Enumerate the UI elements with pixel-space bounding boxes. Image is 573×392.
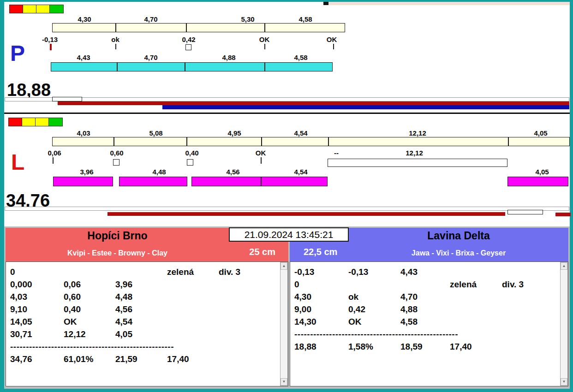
result-row: 30,71 12,12 4,05 bbox=[10, 329, 219, 339]
result-cell: 4,70 bbox=[400, 292, 450, 302]
app-window: 4,30 4,70 5,30 4,58 -0,13 ok 0,42 OK OK … bbox=[0, 0, 573, 392]
segment-bar-l-bottom bbox=[119, 177, 187, 186]
result-cell: 0,06 bbox=[64, 279, 115, 290]
result-cell: 0,42 bbox=[348, 304, 400, 315]
team-left-scrollbar[interactable]: ▲ ▼ bbox=[280, 262, 288, 386]
status-light-green-icon bbox=[50, 5, 63, 13]
summary-row: 18,88 1,58% 18,59 17,40 bbox=[294, 342, 472, 352]
bar-divider bbox=[261, 137, 262, 146]
result-cell: -0,13 bbox=[294, 267, 348, 277]
team-left-height: 25 cm bbox=[249, 247, 275, 257]
result-row: 4,30 ok 4,70 bbox=[294, 292, 502, 302]
progress-bar-blue bbox=[162, 105, 569, 109]
result-cell: 14,30 bbox=[294, 317, 348, 327]
timestamp: 21.09.2024 13:45:21 bbox=[229, 227, 349, 242]
tick-mark bbox=[261, 157, 262, 164]
summary-cell: 34,76 bbox=[10, 354, 64, 364]
team-left-name: Hopíci Brno bbox=[6, 230, 229, 242]
result-cell: 14,05 bbox=[10, 317, 64, 327]
bar-divider bbox=[328, 137, 329, 146]
fault-marker bbox=[50, 44, 52, 50]
result-cell bbox=[167, 292, 219, 302]
result-row: 0 zelená div. 3 bbox=[294, 279, 524, 290]
result-cell: 12,12 bbox=[64, 329, 115, 339]
summary-cell: 17,40 bbox=[450, 342, 472, 352]
split-value: 4,88 bbox=[222, 53, 235, 61]
team-right-members: Jawa - Vixi - Brixa - Geyser bbox=[349, 249, 568, 257]
status-lights-l bbox=[8, 118, 63, 126]
scroll-up-icon[interactable]: ▲ bbox=[281, 262, 287, 270]
separator-dashes: ----------------------------------------… bbox=[10, 342, 174, 352]
checkbox[interactable] bbox=[187, 159, 193, 166]
summary-cell: 21,59 bbox=[115, 354, 167, 364]
scroll-down-icon[interactable]: ▼ bbox=[561, 378, 567, 386]
status-light-yellow-icon bbox=[36, 118, 49, 126]
tick-mark bbox=[53, 157, 54, 164]
result-cell: 0,60 bbox=[64, 292, 115, 302]
split-value: 4,95 bbox=[227, 129, 241, 137]
segment-bar-l-bottom bbox=[191, 177, 328, 186]
status-light-green-icon bbox=[49, 118, 62, 126]
result-cell bbox=[167, 317, 219, 327]
status-light-red-icon bbox=[10, 5, 23, 13]
segment-bar-l-bottom bbox=[507, 177, 568, 186]
status-value: -- bbox=[334, 149, 339, 157]
summary-row: 34,76 61,01% 21,59 17,40 bbox=[10, 354, 189, 364]
progress-segment-outline bbox=[52, 97, 82, 101]
team-right-scrollbar[interactable]: ▲ ▼ bbox=[560, 262, 568, 386]
window-notch bbox=[323, 2, 328, 5]
result-cell: 4,30 bbox=[294, 292, 348, 302]
bar-divider bbox=[186, 137, 187, 146]
status-value: 0,40 bbox=[185, 149, 198, 157]
lane-letter-l: L bbox=[11, 151, 24, 173]
window-border-right bbox=[570, 0, 573, 392]
bar-divider bbox=[185, 62, 185, 71]
result-cell bbox=[167, 304, 219, 315]
progress-track bbox=[5, 97, 569, 101]
split-value: 4,56 bbox=[226, 168, 239, 176]
result-cell bbox=[348, 279, 400, 290]
status-light-red-icon bbox=[9, 118, 22, 126]
summary-cell: 1,58% bbox=[348, 342, 400, 352]
result-cell: -0,13 bbox=[348, 267, 400, 277]
status-value: 12,12 bbox=[406, 149, 423, 157]
result-row: 9,10 0,40 4,56 bbox=[10, 304, 219, 315]
result-cell: 0 bbox=[10, 267, 64, 277]
result-cell: div. 3 bbox=[219, 267, 240, 277]
result-row: 14,30 OK 4,58 bbox=[294, 317, 502, 327]
summary-cell: 18,88 bbox=[294, 342, 348, 352]
split-value: 4,70 bbox=[144, 53, 157, 61]
bar-divider bbox=[117, 62, 118, 71]
split-value: 3,96 bbox=[80, 168, 93, 176]
split-value: 4,54 bbox=[294, 168, 307, 176]
checkbox[interactable] bbox=[113, 159, 119, 166]
split-value: 4,05 bbox=[535, 168, 549, 176]
result-cell: ok bbox=[348, 292, 400, 302]
result-row: 9,00 0,42 4,88 bbox=[294, 304, 502, 315]
split-value: 12,12 bbox=[409, 129, 426, 137]
result-row: -0,13 -0,13 4,43 bbox=[294, 267, 502, 277]
result-cell: OK bbox=[64, 317, 115, 327]
result-cell bbox=[400, 279, 450, 290]
result-cell bbox=[450, 317, 502, 327]
scroll-up-icon[interactable]: ▲ bbox=[561, 262, 567, 270]
bar-divider bbox=[264, 23, 265, 32]
result-row: 14,05 OK 4,54 bbox=[10, 317, 219, 327]
status-value: 0,42 bbox=[182, 36, 195, 43]
result-cell: 4,48 bbox=[115, 292, 167, 302]
status-light-yellow-icon bbox=[22, 118, 36, 126]
bar-divider bbox=[113, 137, 114, 146]
result-cell: 4,43 bbox=[400, 267, 450, 277]
summary-cell: 17,40 bbox=[167, 354, 189, 364]
status-light-yellow-icon bbox=[36, 5, 50, 13]
scroll-down-icon[interactable]: ▼ bbox=[281, 378, 287, 386]
bar-divider bbox=[508, 137, 509, 146]
tick-mark bbox=[264, 44, 265, 49]
team-right-height: 22,5 cm bbox=[304, 247, 337, 257]
split-value: 4,05 bbox=[534, 129, 547, 137]
separator-dashes: ----------------------------------------… bbox=[294, 329, 458, 339]
bar-divider bbox=[264, 62, 265, 71]
result-cell: 0,40 bbox=[64, 304, 115, 315]
checkbox[interactable] bbox=[185, 44, 191, 50]
summary-cell: 61,01% bbox=[64, 354, 115, 364]
